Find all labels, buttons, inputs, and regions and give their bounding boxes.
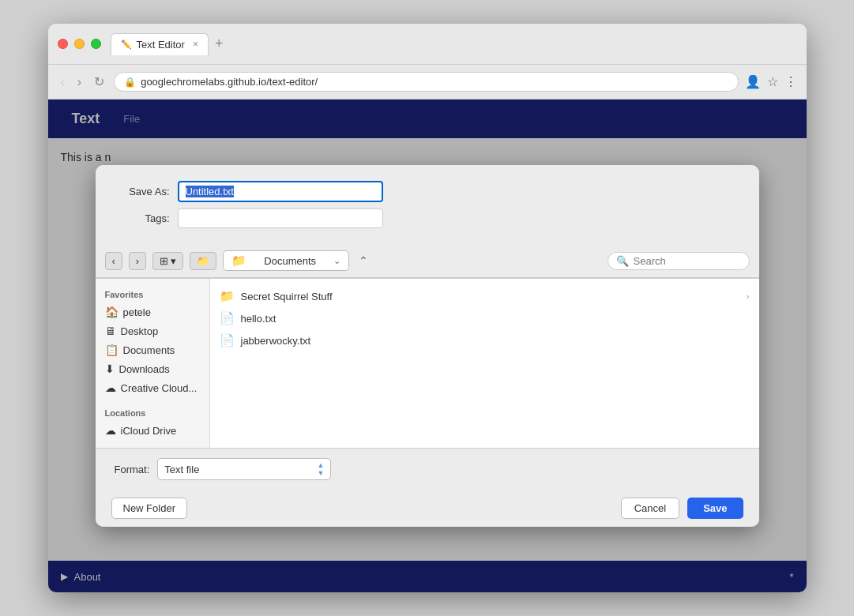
tags-label: Tags: xyxy=(115,212,170,224)
dialog-toolbar: ‹ › ⊞ ▾ 📁 📁 Documents ⌄ xyxy=(96,244,759,278)
sidebar-item-desktop[interactable]: 🖥 Desktop xyxy=(96,321,209,340)
sidebar-item-creative-cloud-label: Creative Cloud... xyxy=(121,382,198,394)
sidebar-item-desktop-label: Desktop xyxy=(121,325,159,337)
favorites-label: Favorites xyxy=(96,287,209,302)
close-button[interactable] xyxy=(58,39,68,49)
tab-favicon-icon: ✏️ xyxy=(121,39,132,50)
forward-button[interactable]: › xyxy=(74,72,85,92)
txt-file-icon: 📄 xyxy=(220,311,235,325)
refresh-button[interactable]: ↻ xyxy=(91,71,107,92)
sidebar-item-petele[interactable]: 🏠 petele xyxy=(96,302,209,321)
address-bar-input[interactable]: 🔒 googlechromelabs.github.io/text-editor… xyxy=(114,72,738,92)
sidebar-item-icloud[interactable]: ☁ iCloud Drive xyxy=(96,421,209,440)
location-name: Documents xyxy=(264,255,316,267)
location-selector[interactable]: 📁 Documents ⌄ xyxy=(223,250,349,271)
new-tab-button[interactable]: + xyxy=(215,36,224,52)
tags-row: Tags: xyxy=(115,208,740,228)
sidebar-item-creative-cloud[interactable]: ☁ Creative Cloud... xyxy=(96,378,209,397)
forward-nav-button[interactable]: › xyxy=(129,252,146,270)
url-display: googlechromelabs.github.io/text-editor/ xyxy=(141,76,728,88)
search-box: 🔍 xyxy=(608,252,750,270)
sidebar-item-documents[interactable]: 📋 Documents xyxy=(96,340,209,359)
file-item-hello[interactable]: 📄 hello.txt xyxy=(210,307,759,329)
file-name: hello.txt xyxy=(241,313,277,325)
search-icon: 🔍 xyxy=(616,255,629,267)
save-dialog: Save As: Tags: ‹ › xyxy=(96,165,759,527)
save-as-input[interactable] xyxy=(178,181,383,202)
sidebar-item-documents-label: Documents xyxy=(123,344,175,356)
desktop-icon: 🖥 xyxy=(105,325,116,337)
save-as-label: Save As: xyxy=(115,186,170,197)
format-row: Format: Text file ▲ ▼ xyxy=(96,449,759,490)
back-button[interactable]: ‹ xyxy=(58,72,68,92)
browser-window: ✏️ Text Editor × + ‹ › ↻ 🔒 googlechromel… xyxy=(48,24,807,592)
back-icon: ‹ xyxy=(112,255,115,267)
menu-icon[interactable]: ⋮ xyxy=(784,74,797,89)
sidebar-item-downloads-label: Downloads xyxy=(119,363,170,375)
minimize-button[interactable] xyxy=(74,39,85,49)
file-browser: Favorites 🏠 petele 🖥 Desktop 📋 Documents xyxy=(96,278,759,449)
file-item-secret-squirrel[interactable]: 📁 Secret Squirrel Stuff › xyxy=(210,285,759,307)
documents-icon: 📋 xyxy=(105,344,119,356)
folder-icon: 📁 xyxy=(220,289,235,303)
new-folder-inline-button[interactable]: 📁 xyxy=(190,252,216,270)
save-as-row: Save As: xyxy=(115,181,740,202)
location-chevron-icon: ⌄ xyxy=(333,256,340,266)
title-bar: ✏️ Text Editor × + xyxy=(48,24,807,65)
cancel-button[interactable]: Cancel xyxy=(621,498,679,519)
tab-close-icon[interactable]: × xyxy=(193,39,198,50)
locations-label: Locations xyxy=(96,405,209,421)
dialog-top: Save As: Tags: xyxy=(96,165,759,244)
folder-arrow-icon: › xyxy=(747,291,750,301)
browser-toolbar-icons: 👤 ☆ ⋮ xyxy=(745,74,797,89)
search-input[interactable] xyxy=(634,255,741,267)
tags-input[interactable] xyxy=(178,208,383,228)
view-toggle-button[interactable]: ⊞ ▾ xyxy=(152,252,183,270)
page-content: Text File This is a n ▶ About * Save As: xyxy=(48,100,807,592)
star-icon[interactable]: ☆ xyxy=(767,74,778,89)
folder-icon: 📁 xyxy=(197,255,209,267)
cloud-icon: ☁ xyxy=(105,381,116,394)
new-folder-button[interactable]: New Folder xyxy=(111,498,187,519)
back-nav-button[interactable]: ‹ xyxy=(105,252,122,270)
downloads-icon: ⬇ xyxy=(105,362,115,375)
sidebar-item-petele-label: petele xyxy=(123,306,151,318)
format-label: Format: xyxy=(115,464,150,475)
view-icon: ⊞ xyxy=(160,255,168,267)
file-list: 📁 Secret Squirrel Stuff › 📄 hello.txt 📄 … xyxy=(210,279,759,448)
view-dropdown-icon: ▾ xyxy=(171,255,176,267)
format-arrows-icon: ▲ ▼ xyxy=(317,461,324,477)
tab-title: Text Editor xyxy=(137,39,185,51)
sidebar-item-icloud-label: iCloud Drive xyxy=(121,425,177,437)
sidebar-item-downloads[interactable]: ⬇ Downloads xyxy=(96,359,209,378)
traffic-lights xyxy=(58,39,101,49)
expand-icon[interactable]: ⌃ xyxy=(359,254,368,267)
maximize-button[interactable] xyxy=(91,39,101,49)
active-tab[interactable]: ✏️ Text Editor × xyxy=(111,33,209,55)
format-value: Text file xyxy=(164,464,199,475)
tab-bar: ✏️ Text Editor × + xyxy=(111,33,797,55)
format-select[interactable]: Text file ▲ ▼ xyxy=(157,458,331,480)
account-icon[interactable]: 👤 xyxy=(745,74,761,89)
home-icon: 🏠 xyxy=(105,306,119,318)
forward-icon: › xyxy=(136,255,139,267)
lock-icon: 🔒 xyxy=(124,77,136,88)
sidebar: Favorites 🏠 petele 🖥 Desktop 📋 Documents xyxy=(96,279,210,448)
dialog-buttons: Cancel Save xyxy=(621,498,743,519)
dialog-actions: New Folder Cancel Save xyxy=(96,490,759,527)
file-item-jabberwocky[interactable]: 📄 jabberwocky.txt xyxy=(210,329,759,351)
txt-file-icon: 📄 xyxy=(220,333,235,347)
address-bar: ‹ › ↻ 🔒 googlechromelabs.github.io/text-… xyxy=(48,65,807,100)
file-name: Secret Squirrel Stuff xyxy=(241,291,333,302)
icloud-icon: ☁ xyxy=(105,424,116,437)
dialog-overlay: Save As: Tags: ‹ › xyxy=(48,100,807,592)
file-name: jabberwocky.txt xyxy=(241,335,311,347)
save-button[interactable]: Save xyxy=(687,498,743,519)
location-folder-icon: 📁 xyxy=(231,254,246,268)
